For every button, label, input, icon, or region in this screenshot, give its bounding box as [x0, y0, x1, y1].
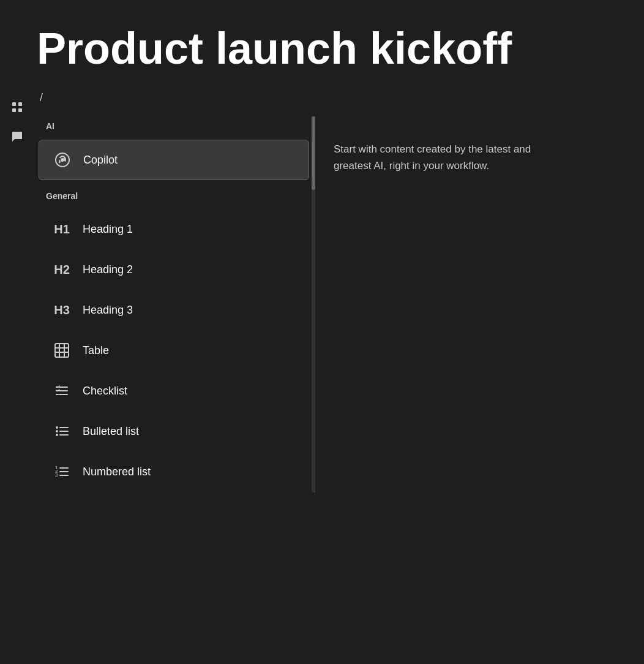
heading1-icon: H1 — [51, 218, 73, 240]
checklist-menu-item[interactable]: Checklist — [39, 371, 309, 410]
svg-point-12 — [56, 434, 58, 436]
svg-point-11 — [56, 430, 58, 432]
svg-rect-2 — [12, 108, 16, 112]
heading2-label: Heading 2 — [83, 263, 133, 276]
heading2-menu-item[interactable]: H2 Heading 2 — [39, 250, 309, 289]
scrollbar-thumb[interactable] — [312, 116, 315, 190]
page-title: Product launch kickoff — [0, 0, 644, 91]
table-menu-item[interactable]: Table — [39, 331, 309, 370]
heading1-menu-item[interactable]: H1 Heading 1 — [39, 209, 309, 249]
table-label: Table — [83, 344, 109, 357]
copilot-icon — [51, 149, 73, 171]
bulleted-list-menu-item[interactable]: Bulleted list — [39, 412, 309, 451]
bulleted-list-label: Bulleted list — [83, 425, 139, 438]
general-section-label: General — [34, 186, 314, 208]
scrollbar-track[interactable] — [312, 116, 315, 492]
copilot-label: Copilot — [83, 154, 118, 167]
bulleted-list-icon — [51, 420, 73, 442]
numbered-list-label: Numbered list — [83, 466, 151, 478]
item-description: Start with content created by the latest… — [315, 116, 572, 492]
checklist-icon — [51, 380, 73, 402]
svg-point-10 — [56, 426, 58, 429]
grid-icon[interactable] — [7, 97, 27, 117]
table-icon — [51, 339, 73, 361]
svg-rect-0 — [12, 102, 16, 106]
breadcrumb: / — [34, 91, 43, 104]
heading3-label: Heading 3 — [83, 304, 133, 317]
heading3-icon: H3 — [51, 299, 73, 321]
heading3-menu-item[interactable]: H3 Heading 3 — [39, 290, 309, 330]
checklist-label: Checklist — [83, 385, 127, 398]
svg-rect-1 — [18, 102, 22, 106]
copilot-menu-item[interactable]: Copilot — [39, 140, 309, 180]
numbered-list-menu-item[interactable]: 1 2 3 Numbered list — [39, 452, 309, 491]
ai-section-label: AI — [34, 116, 314, 138]
chat-icon[interactable] — [7, 127, 27, 146]
heading1-label: Heading 1 — [83, 223, 133, 236]
svg-point-4 — [61, 158, 64, 162]
heading2-icon: H2 — [51, 258, 73, 281]
svg-text:3: 3 — [55, 472, 58, 478]
svg-rect-3 — [18, 108, 22, 112]
svg-rect-5 — [55, 344, 69, 357]
numbered-list-icon: 1 2 3 — [51, 461, 73, 483]
